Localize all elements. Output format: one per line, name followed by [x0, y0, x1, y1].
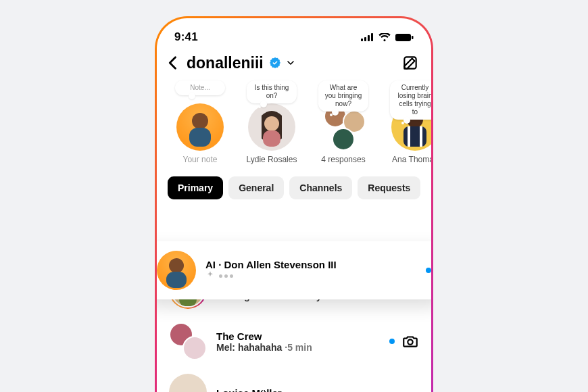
status-bar: 9:41 — [157, 28, 431, 49]
note-item[interactable]: Currently losing brain cells trying to A… — [384, 82, 431, 164]
note-item[interactable]: What are you bringing now? 4 responses — [312, 82, 374, 164]
avatar — [157, 251, 196, 290]
note-bubble: Note... — [175, 80, 225, 95]
cellular-icon — [361, 33, 374, 41]
thread-preview: Mel: hahahaha ·5 min — [216, 342, 380, 353]
group-avatar — [169, 322, 207, 360]
avatar — [169, 374, 207, 392]
inbox-tabs: Primary General Channels Requests — [157, 167, 431, 206]
status-time: 9:41 — [174, 30, 198, 44]
svg-point-7 — [192, 113, 208, 129]
account-switcher[interactable]: donalleniii — [187, 54, 264, 72]
tab-requests[interactable]: Requests — [358, 176, 420, 199]
wifi-icon — [378, 33, 391, 42]
unread-dot — [426, 268, 431, 273]
note-label: Ana Thomas — [392, 155, 431, 164]
svg-rect-2 — [368, 35, 370, 41]
svg-point-15 — [169, 258, 184, 273]
thread-title: The Crew — [216, 330, 380, 342]
note-bubble: Currently losing brain cells trying to — [390, 80, 431, 120]
unread-dot — [389, 339, 395, 344]
svg-rect-0 — [361, 39, 363, 41]
svg-rect-10 — [263, 130, 280, 147]
note-item[interactable]: Is this thing on? Lydie Rosales — [241, 82, 303, 164]
thread-title: AI · Don Allen Stevenson III — [205, 259, 416, 270]
thread-row[interactable]: Louise Müller — [157, 367, 431, 392]
compose-button[interactable] — [401, 54, 419, 72]
thread-ai-card[interactable]: AI · Don Allen Stevenson III — [157, 241, 431, 299]
screen: 9:41 donalleniii — [157, 18, 431, 392]
svg-rect-5 — [412, 36, 414, 39]
note-bubble: Is this thing on? — [247, 80, 297, 103]
your-note[interactable]: Note... Your note — [169, 82, 231, 164]
sparkle-icon — [205, 270, 215, 282]
note-bubble: What are you bringing now? — [318, 80, 368, 112]
verified-badge-icon — [269, 57, 281, 69]
tab-channels[interactable]: Channels — [289, 176, 352, 199]
status-icons — [361, 33, 414, 42]
note-label: 4 responses — [321, 155, 365, 164]
avatar — [176, 103, 224, 151]
chevron-down-icon[interactable] — [285, 57, 296, 68]
phone-frame: 9:41 donalleniii — [155, 16, 433, 392]
tab-general[interactable]: General — [228, 176, 284, 199]
ai-typing-indicator — [205, 270, 233, 282]
svg-rect-6 — [404, 57, 416, 68]
svg-rect-3 — [371, 33, 373, 41]
svg-rect-13 — [408, 126, 410, 147]
svg-rect-8 — [189, 128, 211, 147]
tab-primary[interactable]: Primary — [168, 176, 223, 199]
thread-row[interactable]: The Crew Mel: hahahaha ·5 min — [157, 316, 431, 367]
camera-icon[interactable] — [401, 333, 419, 350]
note-label: Your note — [183, 155, 218, 164]
avatar — [248, 103, 295, 151]
svg-point-9 — [264, 116, 279, 131]
notes-tray[interactable]: Note... Your note Is this thing on? Lydi… — [157, 76, 431, 167]
svg-point-20 — [408, 339, 412, 344]
back-button[interactable] — [164, 53, 182, 72]
svg-rect-16 — [166, 272, 187, 288]
battery-icon — [395, 33, 414, 42]
svg-rect-4 — [395, 34, 411, 41]
inbox-header: donalleniii — [157, 49, 431, 76]
svg-rect-14 — [420, 126, 422, 147]
note-label: Lydie Rosales — [247, 155, 297, 164]
thread-title: Louise Müller — [216, 387, 419, 393]
svg-rect-12 — [403, 126, 426, 147]
svg-rect-1 — [364, 37, 366, 41]
